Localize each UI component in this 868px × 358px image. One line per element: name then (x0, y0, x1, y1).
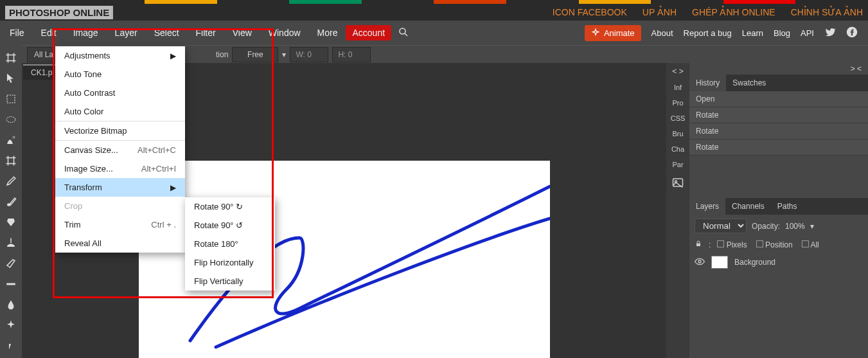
eye-icon[interactable] (695, 258, 705, 267)
menu-item-auto-contrast[interactable]: Auto Contrast (55, 84, 185, 102)
menu-more[interactable]: More (309, 21, 346, 44)
history-item[interactable]: Open (689, 91, 868, 107)
gradient-tool[interactable] (4, 278, 17, 291)
layer-row[interactable]: Background (689, 252, 868, 273)
menu-item-image-size-[interactable]: Image Size...Alt+Ctrl+I (55, 159, 185, 178)
tab-swatches[interactable]: Swatches (726, 75, 772, 91)
history-item[interactable]: Rotate (689, 139, 868, 156)
twitter-icon[interactable] (824, 26, 836, 40)
menu-item-canvas-size-[interactable]: Canvas Size...Alt+Ctrl+C (55, 141, 185, 159)
svg-point-0 (400, 28, 405, 34)
link-blog[interactable]: Blog (774, 28, 790, 38)
panel-nav-right[interactable]: > < (689, 63, 868, 75)
menu-image[interactable]: Image (65, 21, 107, 44)
link-report-a-bug[interactable]: Report a bug (684, 28, 732, 38)
tab-paths[interactable]: Paths (771, 198, 804, 215)
panel-shortcut[interactable]: Bru (672, 130, 683, 138)
stamp-tool[interactable] (4, 237, 17, 249)
account-button[interactable]: Account (346, 25, 391, 40)
magic-tool[interactable] (4, 134, 17, 147)
panel-shortcut[interactable]: Inf (674, 84, 682, 91)
image-icon[interactable] (672, 177, 684, 189)
panel-nav[interactable]: < > (666, 66, 689, 77)
blur-tool[interactable] (4, 298, 17, 311)
submenu-item[interactable]: Flip Horizontally (185, 253, 275, 272)
menu-item-auto-color[interactable]: Auto Color (55, 102, 185, 121)
chevron-down-icon[interactable]: ▾ (282, 50, 286, 59)
menu-item-transform[interactable]: Transform▶ (55, 178, 185, 197)
panel-shortcut[interactable]: CSS (671, 114, 686, 122)
nav-link[interactable]: UP ẢNH (642, 7, 677, 17)
image-dropdown: Adjustments▶Auto ToneAuto ContrastAuto C… (55, 46, 185, 253)
submenu-item[interactable]: Rotate 180° (185, 235, 275, 253)
menu-item-reveal-all[interactable]: Reveal All (55, 234, 185, 253)
blend-mode-select[interactable]: Normal (695, 219, 747, 233)
menu-item-vectorize-bitmap[interactable]: Vectorize Bitmap (55, 121, 185, 140)
animate-label: Animate (604, 28, 635, 38)
brush-tool[interactable] (4, 195, 17, 208)
tab-history[interactable]: History (689, 75, 726, 91)
link-about[interactable]: About (651, 28, 673, 38)
menu-filter[interactable]: Filter (188, 21, 224, 44)
menu-layer[interactable]: Layer (107, 21, 146, 44)
menu-item-trim[interactable]: TrimCtrl + . (55, 215, 185, 234)
menu-view[interactable]: View (224, 21, 260, 44)
link-learn[interactable]: Learn (742, 28, 763, 38)
width-field[interactable]: W: 0 (290, 47, 328, 62)
history-item[interactable]: Rotate (689, 123, 868, 139)
type-tool[interactable] (4, 339, 17, 352)
pen-tool[interactable] (4, 216, 17, 229)
svg-point-4 (6, 117, 15, 123)
menu-file[interactable]: File (1, 21, 33, 44)
link-api[interactable]: API (801, 28, 814, 38)
eyedropper-tool[interactable] (4, 175, 17, 188)
menu-edit[interactable]: Edit (33, 21, 65, 44)
menu-item-auto-tone[interactable]: Auto Tone (55, 65, 185, 84)
opacity-label: Opacity: (752, 222, 780, 231)
submenu-item[interactable]: Rotate 90° ↺ (185, 216, 275, 235)
chevron-down-icon[interactable]: ▾ (810, 222, 814, 231)
lock-all[interactable]: All (802, 240, 819, 249)
svg-rect-9 (673, 179, 683, 186)
submenu-item[interactable]: Flip Vertically (185, 272, 275, 291)
menu-item-crop: Crop (55, 197, 185, 215)
svg-point-12 (698, 260, 701, 263)
nav-link[interactable]: ICON FACEBOOK (553, 7, 627, 17)
svg-line-1 (405, 33, 407, 36)
crop-tool-2[interactable] (4, 154, 17, 167)
svg-point-5 (13, 136, 15, 138)
panel-shortcut[interactable]: Pro (672, 99, 683, 107)
tab-channels[interactable]: Channels (725, 198, 771, 215)
tab-layers[interactable]: Layers (689, 198, 725, 215)
nav-link[interactable]: CHỈNH SỬA ẢNH (791, 7, 863, 17)
document-tab[interactable]: CK1.p (23, 64, 60, 80)
svg-rect-7 (10, 238, 12, 244)
lock-icon (695, 240, 702, 249)
ratio-tail: tion (216, 50, 228, 59)
height-field[interactable]: H: 0 (332, 47, 371, 62)
brand: PHOTOSHOP ONLINE (5, 6, 113, 19)
animate-button[interactable]: Animate (585, 25, 641, 41)
opacity-value[interactable]: 100% (785, 222, 805, 231)
menu-select[interactable]: Select (146, 21, 188, 44)
lock-position[interactable]: Position (756, 240, 793, 249)
facebook-icon[interactable] (846, 26, 858, 40)
layer-name: Background (734, 258, 775, 267)
dodge-tool[interactable] (4, 319, 17, 332)
sparkle-icon (591, 28, 600, 37)
panel-shortcut[interactable]: Cha (671, 145, 684, 153)
move-tool[interactable] (4, 72, 17, 85)
free-button[interactable]: Free (232, 47, 278, 62)
history-item[interactable]: Rotate (689, 107, 868, 123)
panel-shortcut[interactable]: Par (672, 161, 683, 168)
menu-item-adjustments[interactable]: Adjustments▶ (55, 46, 185, 65)
submenu-item[interactable]: Rotate 90° ↻ (185, 197, 275, 216)
eraser-tool[interactable] (4, 257, 17, 270)
lock-pixels[interactable]: Pixels (717, 240, 747, 249)
crop-tool[interactable] (4, 51, 17, 64)
menu-window[interactable]: Window (260, 21, 309, 44)
search-icon[interactable] (398, 26, 409, 40)
lasso-tool[interactable] (4, 113, 17, 126)
marquee-tool[interactable] (4, 93, 17, 105)
nav-link[interactable]: GHÉP ẢNH ONLINE (692, 7, 775, 17)
